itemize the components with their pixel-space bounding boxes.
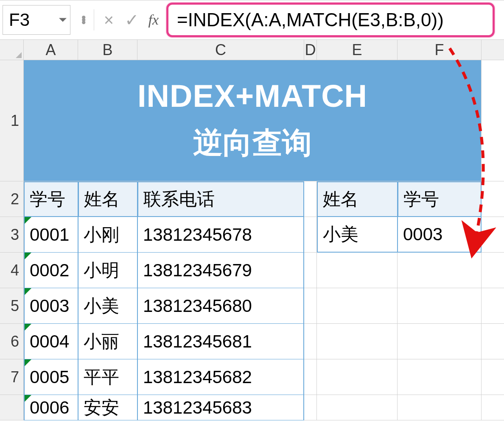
title-block: INDEX+MATCH 逆向查询 <box>24 60 482 181</box>
spreadsheet-grid: A B C D E F 1 INDEX+MATCH 逆向查询 2 学号 姓名 联… <box>0 40 504 420</box>
blank-cell[interactable] <box>317 288 398 324</box>
table-header[interactable]: 联系电话 <box>137 181 304 217</box>
cancel-button[interactable]: × <box>98 7 120 33</box>
cell-C5[interactable]: 13812345680 <box>137 288 304 324</box>
table-header[interactable]: 姓名 <box>78 181 137 217</box>
cell-A7[interactable]: 0005 <box>24 359 78 395</box>
cell-E3[interactable]: 小美 <box>317 217 398 253</box>
cell-C4[interactable]: 13812345679 <box>137 253 304 288</box>
cell-B7[interactable]: 平平 <box>78 359 137 395</box>
cell-C7[interactable]: 13812345682 <box>137 359 304 395</box>
chevron-down-icon[interactable] <box>59 18 67 22</box>
cell-A8[interactable]: 0006 <box>24 395 78 420</box>
row-header-3[interactable]: 3 <box>0 217 24 253</box>
table-header[interactable]: 学号 <box>24 181 78 217</box>
row-header-4[interactable]: 4 <box>0 253 24 288</box>
title-line2: 逆向查询 <box>193 123 312 163</box>
lookup-header[interactable]: 学号 <box>398 181 482 217</box>
blank-cell[interactable] <box>398 359 482 395</box>
cell-B8[interactable]: 安安 <box>78 395 137 420</box>
accept-button[interactable]: ✓ <box>120 7 143 33</box>
cell-B6[interactable]: 小丽 <box>78 324 137 359</box>
blank-cell[interactable] <box>317 253 398 288</box>
select-all-corner[interactable] <box>0 40 24 60</box>
fx-icon[interactable]: fx <box>148 12 159 28</box>
blank-cell[interactable] <box>304 253 317 288</box>
blank-cell[interactable] <box>482 217 504 253</box>
col-header-blank[interactable] <box>482 40 504 60</box>
cell-A6[interactable]: 0004 <box>24 324 78 359</box>
row-header-8[interactable] <box>0 395 24 420</box>
cell-F3[interactable]: 0003 <box>398 217 482 253</box>
row-header-6[interactable]: 6 <box>0 324 24 359</box>
formula-text: =INDEX(A:A,MATCH(E3,B:B,0)) <box>177 9 444 31</box>
row-header-1[interactable]: 1 <box>0 60 24 181</box>
cell-C3[interactable]: 13812345678 <box>137 217 304 253</box>
blank-cell[interactable] <box>398 324 482 359</box>
col-header-B[interactable]: B <box>78 40 137 60</box>
cell-B5[interactable]: 小美 <box>78 288 137 324</box>
title-line1: INDEX+MATCH <box>137 78 367 114</box>
name-box-value: F3 <box>9 10 30 30</box>
blank-cell[interactable] <box>317 324 398 359</box>
cell-A5[interactable]: 0003 <box>24 288 78 324</box>
formula-bar: F3 ••• × ✓ fx =INDEX(A:A,MATCH(E3,B:B,0)… <box>0 0 504 40</box>
cell-B3[interactable]: 小刚 <box>78 217 137 253</box>
formula-input[interactable]: =INDEX(A:A,MATCH(E3,B:B,0)) <box>166 3 495 37</box>
blank-cell[interactable] <box>482 395 504 420</box>
blank-cell[interactable] <box>304 288 317 324</box>
blank-cell[interactable] <box>304 181 317 217</box>
col-header-C[interactable]: C <box>137 40 304 60</box>
cell-C6[interactable]: 13812345681 <box>137 324 304 359</box>
blank-cell[interactable] <box>317 395 398 420</box>
cell-A3[interactable]: 0001 <box>24 217 78 253</box>
blank-cell[interactable] <box>482 324 504 359</box>
blank-cell[interactable] <box>304 217 317 253</box>
blank-cell[interactable] <box>482 253 504 288</box>
row-header-5[interactable]: 5 <box>0 288 24 324</box>
row-header-2[interactable]: 2 <box>0 181 24 217</box>
blank-cell[interactable] <box>482 60 504 181</box>
col-header-A[interactable]: A <box>24 40 78 60</box>
blank-cell[interactable] <box>317 359 398 395</box>
drag-handle-icon[interactable]: ••• <box>81 16 85 24</box>
row-header-7[interactable]: 7 <box>0 359 24 395</box>
cell-A4[interactable]: 0002 <box>24 253 78 288</box>
blank-cell[interactable] <box>398 395 482 420</box>
col-header-F[interactable]: F <box>398 40 482 60</box>
blank-cell[interactable] <box>304 324 317 359</box>
blank-cell[interactable] <box>482 288 504 324</box>
blank-cell[interactable] <box>398 253 482 288</box>
blank-cell[interactable] <box>304 359 317 395</box>
close-icon: × <box>104 11 114 30</box>
blank-cell[interactable] <box>482 181 504 217</box>
divider <box>94 9 94 31</box>
col-header-E[interactable]: E <box>317 40 398 60</box>
col-header-D[interactable]: D <box>304 40 317 60</box>
name-box[interactable]: F3 <box>3 5 70 35</box>
blank-cell[interactable] <box>398 288 482 324</box>
lookup-header[interactable]: 姓名 <box>317 181 398 217</box>
check-icon: ✓ <box>125 10 139 30</box>
blank-cell[interactable] <box>304 395 317 420</box>
cell-B4[interactable]: 小明 <box>78 253 137 288</box>
cell-C8[interactable]: 13812345683 <box>137 395 304 420</box>
blank-cell[interactable] <box>482 359 504 395</box>
